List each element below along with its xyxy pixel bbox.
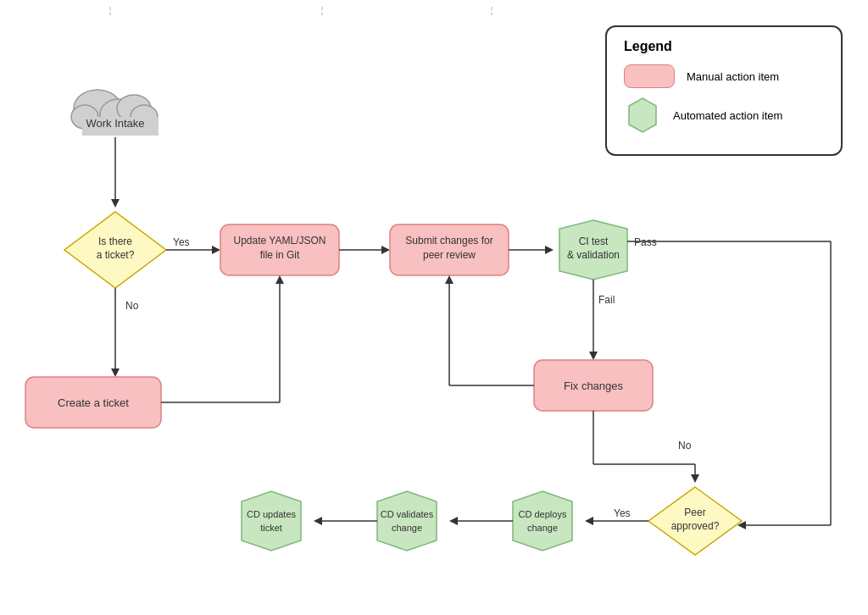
svg-text:ticket: ticket (260, 523, 282, 533)
svg-marker-67 (242, 491, 301, 551)
no-label-peer: No (678, 440, 692, 452)
svg-marker-57 (513, 491, 572, 551)
svg-text:change: change (527, 523, 558, 533)
svg-text:Fix changes: Fix changes (564, 380, 624, 392)
flowchart-svg: Work Intake Is there a ticket? Yes No Up… (0, 0, 868, 615)
pass-label: Pass (634, 236, 657, 248)
svg-marker-18 (111, 368, 120, 377)
submit-changes-node: Submit changes for peer review (390, 224, 509, 275)
svg-text:approved?: approved? (671, 520, 720, 532)
yes-label-peer: Yes (614, 507, 631, 519)
svg-text:change: change (392, 523, 422, 533)
peer-approved-node: Peer approved? (648, 487, 742, 555)
svg-marker-37 (589, 352, 598, 360)
svg-text:Submit changes for: Submit changes for (405, 235, 492, 247)
svg-text:& validation: & validation (567, 249, 620, 261)
update-yaml-node: Update YAML/JSON file in Git (220, 224, 339, 275)
svg-marker-23 (381, 246, 390, 254)
is-ticket-node: Is there a ticket? (64, 212, 166, 288)
svg-marker-62 (377, 491, 437, 551)
svg-text:file in Git: file in Git (260, 249, 300, 261)
svg-marker-46 (691, 474, 699, 483)
svg-text:CI test: CI test (579, 235, 609, 247)
svg-text:CD validates: CD validates (381, 509, 434, 519)
svg-marker-42 (445, 275, 453, 284)
svg-marker-66 (314, 517, 322, 525)
svg-marker-61 (449, 517, 458, 525)
cd-validates-node: CD validates change (377, 491, 437, 551)
ci-test-node: CI test & validation (559, 220, 627, 280)
svg-text:Update YAML/JSON: Update YAML/JSON (234, 235, 326, 247)
cd-updates-node: CD updates ticket (242, 491, 301, 551)
svg-text:Is there: Is there (98, 235, 132, 247)
svg-text:a ticket?: a ticket? (97, 249, 135, 261)
svg-text:Peer: Peer (684, 507, 705, 518)
svg-text:CD updates: CD updates (247, 509, 297, 519)
fail-label: Fail (598, 294, 615, 306)
svg-text:CD deploys: CD deploys (519, 509, 567, 519)
no-label-ticket: No (125, 300, 139, 312)
svg-marker-51 (275, 275, 284, 284)
cd-deploys-node: CD deploys change (513, 491, 572, 551)
svg-text:peer review: peer review (423, 249, 476, 261)
create-ticket-node: Create a ticket (25, 377, 161, 428)
svg-marker-11 (111, 199, 120, 208)
work-intake-label: Work Intake (86, 117, 144, 130)
svg-marker-16 (212, 246, 220, 254)
svg-text:Create a ticket: Create a ticket (58, 396, 129, 409)
fix-changes-node: Fix changes (534, 360, 653, 411)
diagram: Legend Manual action item Automated acti… (0, 0, 868, 615)
svg-marker-56 (585, 517, 593, 525)
svg-marker-28 (545, 246, 554, 254)
work-intake-node: Work Intake (71, 90, 159, 136)
yes-label-ticket: Yes (173, 236, 190, 248)
